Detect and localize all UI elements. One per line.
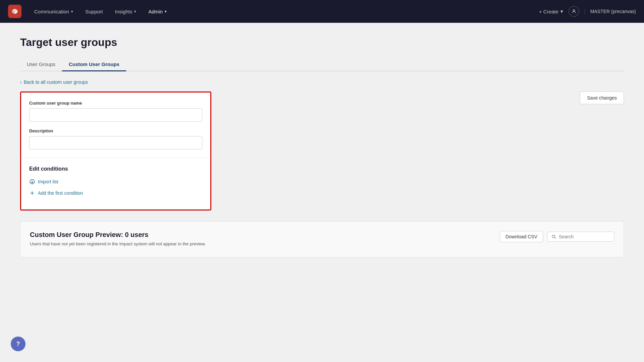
main-content: Target user groups User Groups Custom Us… <box>0 23 644 362</box>
conditions-title: Edit conditions <box>29 166 202 172</box>
download-csv-button[interactable]: Download CSV <box>500 231 543 242</box>
import-icon <box>29 179 35 185</box>
name-label: Custom user group name <box>29 101 202 106</box>
search-input[interactable] <box>559 234 610 239</box>
description-input[interactable] <box>29 136 202 149</box>
plus-icon <box>29 190 35 196</box>
navbar: Communication ▾ Support Insights ▾ Admin… <box>0 0 644 23</box>
app-logo[interactable] <box>8 5 21 18</box>
tab-custom-user-groups[interactable]: Custom User Groups <box>62 58 126 71</box>
tabs: User Groups Custom User Groups <box>20 58 624 71</box>
nav-communication[interactable]: Communication ▾ <box>30 6 78 17</box>
preview-section-wrapper: Custom User Group Preview: 0 users Users… <box>20 221 624 257</box>
content-layout: Custom user group name Description Edit … <box>20 92 624 210</box>
chevron-down-icon: ▾ <box>134 9 136 14</box>
right-panel: Save changes <box>219 92 624 104</box>
preview-description: Users that have not yet been registered … <box>30 241 500 246</box>
preview-actions: Download CSV <box>500 231 614 242</box>
name-card: Custom user group name Description <box>20 92 211 158</box>
nav-right: + Create ▾ MASTER (precanvas) <box>539 6 636 17</box>
description-field-group: Description <box>29 128 202 149</box>
page-title: Target user groups <box>20 36 624 49</box>
chevron-left-icon: ‹ <box>20 79 22 85</box>
name-input[interactable] <box>29 108 202 122</box>
description-label: Description <box>29 128 202 133</box>
name-field-group: Custom user group name <box>29 101 202 122</box>
create-button[interactable]: + Create ▾ <box>539 8 563 14</box>
preview-text: Custom User Group Preview: 0 users Users… <box>30 231 500 246</box>
conditions-card: Edit conditions Import list Add the firs… <box>20 158 211 210</box>
user-profile-icon[interactable] <box>569 6 579 17</box>
import-list-link[interactable]: Import list <box>29 179 202 185</box>
search-box[interactable] <box>547 232 614 242</box>
search-icon <box>551 234 556 239</box>
tenant-label: MASTER (precanvas) <box>585 9 636 14</box>
svg-point-4 <box>552 235 555 238</box>
tab-user-groups[interactable]: User Groups <box>20 58 62 71</box>
nav-admin[interactable]: Admin ▾ <box>144 6 171 17</box>
nav-support[interactable]: Support <box>80 6 108 17</box>
preview-section: Custom User Group Preview: 0 users Users… <box>20 221 624 257</box>
preview-row: Custom User Group Preview: 0 users Users… <box>30 231 614 248</box>
nav-insights[interactable]: Insights ▾ <box>110 6 141 17</box>
chevron-down-icon: ▾ <box>71 9 73 14</box>
back-link[interactable]: ‹ Back to all custom user groups <box>20 79 624 85</box>
preview-title: Custom User Group Preview: 0 users <box>30 231 500 239</box>
svg-point-0 <box>573 10 575 11</box>
save-button[interactable]: Save changes <box>580 92 624 104</box>
chevron-down-icon: ▾ <box>165 9 167 14</box>
help-button[interactable]: ? <box>11 337 25 351</box>
chevron-down-icon: ▾ <box>560 8 563 14</box>
add-condition-link[interactable]: Add the first condition <box>29 190 202 196</box>
svg-line-5 <box>555 238 556 239</box>
form-section: Custom user group name Description Edit … <box>20 92 211 210</box>
